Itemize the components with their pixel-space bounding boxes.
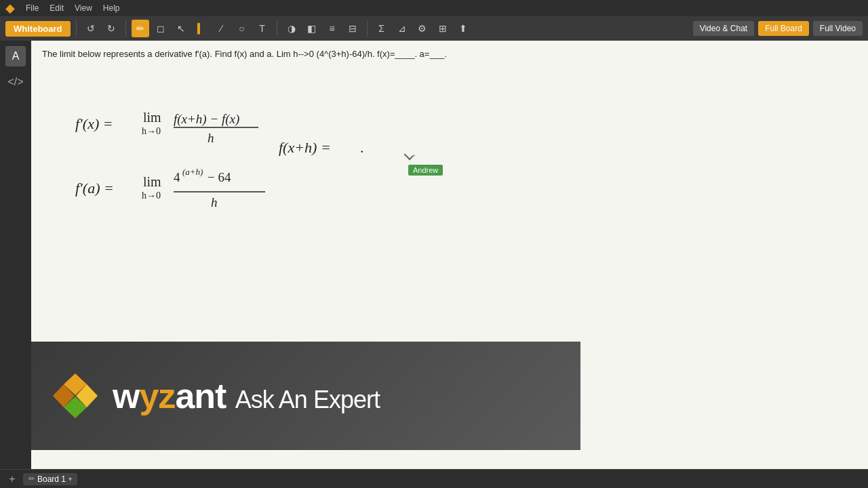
toolbar-separator-4 xyxy=(367,20,368,37)
menu-file[interactable]: File xyxy=(26,3,39,13)
wyzant-tagline-inline: Ask An Expert xyxy=(235,386,380,413)
svg-text:f(x+h) − f(x): f(x+h) − f(x) xyxy=(174,112,239,127)
board-tab-1[interactable]: ✏ Board 1 ▾ xyxy=(23,473,77,485)
math-content: f'(x) = lim h→0 f(x+h) − f(x) h f'(a) = … xyxy=(58,81,499,271)
expand-button[interactable]: ⊞ xyxy=(434,20,452,37)
app-logo: ◆ xyxy=(5,1,15,16)
svg-text:f'(x) =: f'(x) = xyxy=(75,115,113,132)
undo-button[interactable]: ↺ xyxy=(82,20,100,37)
menu-view[interactable]: View xyxy=(75,3,92,13)
svg-text:f'(a) =: f'(a) = xyxy=(75,180,114,197)
svg-text:f(x+h) =: f(x+h) = xyxy=(279,139,331,156)
svg-text:h: h xyxy=(211,195,218,209)
pen-tool-button[interactable]: ✏ xyxy=(132,20,149,37)
menu-edit[interactable]: Edit xyxy=(50,3,64,13)
svg-text:lim: lim xyxy=(143,110,161,125)
highlighter-button[interactable]: ▍ xyxy=(193,20,210,37)
main-area: A </> The limit below represents a deriv… xyxy=(0,41,868,469)
full-video-button[interactable]: Full Video xyxy=(813,21,863,36)
whiteboard-tab[interactable]: Whiteboard xyxy=(5,21,71,37)
svg-text:− 64: − 64 xyxy=(208,170,231,184)
bottom-bar: + ✏ Board 1 ▾ xyxy=(0,469,868,488)
full-board-button[interactable]: Full Board xyxy=(758,21,809,36)
svg-text:h: h xyxy=(208,131,214,145)
svg-text:h→0: h→0 xyxy=(142,126,161,136)
color-picker-button[interactable]: ◑ xyxy=(283,20,300,37)
toolbar-separator-2 xyxy=(125,20,126,37)
menu-help[interactable]: Help xyxy=(103,3,120,13)
settings-button[interactable]: ⚙ xyxy=(414,20,431,37)
line-weight-button[interactable]: ⊟ xyxy=(344,20,361,37)
line-style-button[interactable]: ≡ xyxy=(323,20,341,37)
board-label: Board 1 xyxy=(37,474,66,484)
fill-button[interactable]: ◧ xyxy=(303,20,321,37)
marker-button[interactable]: ∕ xyxy=(213,20,231,37)
wyzant-orange-letters: yz xyxy=(139,376,175,415)
select-tool-button[interactable]: ↖ xyxy=(172,20,190,37)
svg-text:(a+h): (a+h) xyxy=(182,167,203,177)
graph-button[interactable]: ⊿ xyxy=(393,20,411,37)
wyzant-logo-icon xyxy=(52,372,99,420)
canvas-area[interactable]: The limit below represents a derivative … xyxy=(31,41,868,469)
right-tools: Video & Chat Full Board Full Video xyxy=(693,21,863,36)
toolbar-separator-3 xyxy=(277,20,277,37)
problem-text: The limit below represents a derivative … xyxy=(42,49,447,59)
board-chevron-icon: ▾ xyxy=(68,475,72,483)
board-pencil-icon: ✏ xyxy=(28,474,35,483)
wyzant-remaining-letters: ant xyxy=(175,376,226,415)
svg-text:h→0: h→0 xyxy=(142,190,161,201)
wyzant-banner: wyzant Ask An Expert xyxy=(31,342,580,450)
redo-button[interactable]: ↻ xyxy=(102,20,120,37)
sidebar-code-icon[interactable]: </> xyxy=(5,72,26,92)
svg-text:lim: lim xyxy=(143,174,161,189)
wyzant-text-area: wyzant Ask An Expert xyxy=(113,378,380,413)
sidebar: A </> xyxy=(0,41,31,469)
svg-text:4: 4 xyxy=(174,170,180,184)
toolbar-separator-1 xyxy=(76,20,77,37)
sidebar-text-icon[interactable]: A xyxy=(5,46,26,66)
add-board-button[interactable]: + xyxy=(5,472,19,486)
menu-bar: ◆ File Edit View Help xyxy=(0,0,868,16)
video-chat-button[interactable]: Video & Chat xyxy=(693,21,755,36)
text-tool-button[interactable]: T xyxy=(254,20,271,37)
eraser-button[interactable]: ◻ xyxy=(152,20,170,37)
wyzant-w-letter: w xyxy=(113,376,139,415)
upload-button[interactable]: ⬆ xyxy=(454,20,472,37)
svg-text:.: . xyxy=(360,139,364,156)
wyzant-brand-name: wyzant Ask An Expert xyxy=(113,378,380,413)
circle-tool-button[interactable]: ○ xyxy=(233,20,251,37)
sigma-button[interactable]: Σ xyxy=(373,20,391,37)
toolbar: Whiteboard ↺ ↻ ✏ ◻ ↖ ▍ ∕ ○ T ◑ ◧ ≡ ⊟ Σ ⊿… xyxy=(0,16,868,41)
